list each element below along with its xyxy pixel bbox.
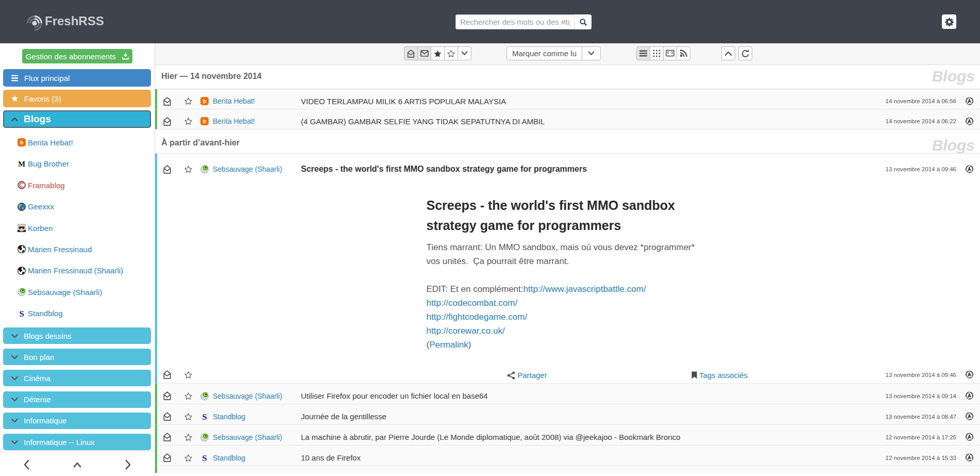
svg-text:b: b — [203, 118, 206, 124]
svg-text:S: S — [202, 413, 207, 421]
svg-text:S: S — [202, 454, 207, 462]
svg-text:b: b — [20, 140, 23, 146]
svg-text:S: S — [19, 309, 24, 318]
svg-text:M: M — [18, 160, 25, 168]
svg-text:b: b — [203, 98, 206, 104]
